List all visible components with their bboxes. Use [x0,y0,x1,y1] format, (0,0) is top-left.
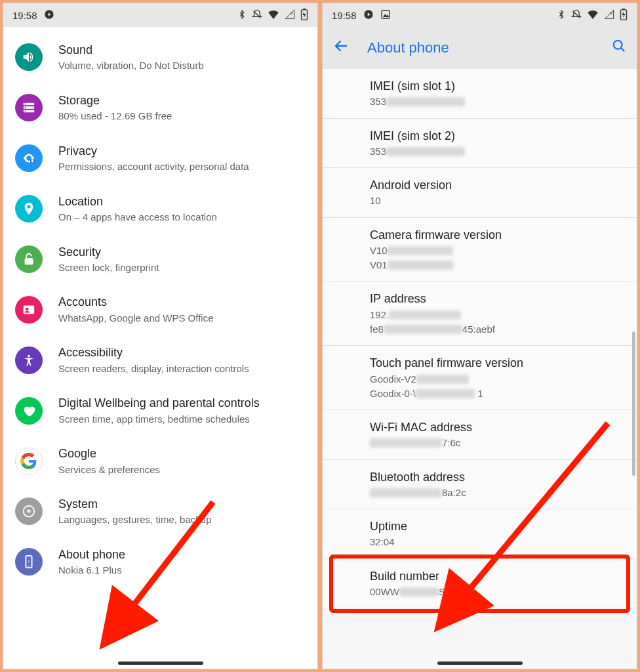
settings-item-title: Digital Wellbeing and parental controls [58,396,306,411]
svg-point-18 [26,308,29,311]
dnd-off-icon [252,9,262,22]
settings-item-sub: Permissions, account activity, personal … [58,160,306,173]
svg-rect-16 [25,258,33,264]
status-right: x [557,9,628,22]
about-item-title: Android version [370,177,625,193]
about-item-value-2: Goodix-0-\ 1 [370,387,625,400]
scrollbar-thumb[interactable] [632,331,635,476]
settings-item-location[interactable]: LocationOn – 4 apps have access to locat… [3,184,317,234]
settings-item-sub: Languages, gestures, time, backup [58,513,306,526]
nav-handle[interactable] [118,662,203,665]
about-item-title: IMEI (sim slot 2) [370,128,625,144]
settings-item-title: System [58,497,306,512]
settings-item-sub: Nokia 6.1 Plus [58,564,306,577]
about-item-title: Wi-Fi MAC address [370,419,625,435]
about-icon: i [15,548,43,576]
settings-item-title: Privacy [58,144,306,159]
bluetooth-icon [557,10,566,21]
settings-item-title: Security [58,245,306,260]
status-time: 19:58 [12,10,37,21]
status-left: 19:58 [332,9,391,22]
settings-item-sub: Services & preferences [58,463,306,476]
about-item-imei-sim-slot-1[interactable]: IMEI (sim slot 1)353 [323,69,637,119]
about-item-value: 7:6c [370,436,625,450]
play-icon [44,9,54,22]
about-item-uptime[interactable]: Uptime32:04 [323,509,637,559]
settings-item-title: Accessibility [58,345,306,360]
about-item-bluetooth-address[interactable]: Bluetooth address8a:2c [323,460,637,510]
settings-item-about[interactable]: iAbout phoneNokia 6.1 Plus [3,537,317,587]
svg-marker-31 [383,14,389,17]
about-item-value: 32:04 [370,536,625,549]
about-item-value: 353 [370,145,625,158]
svg-point-36 [614,41,622,49]
status-right: x [237,9,308,22]
settings-list[interactable]: SoundVolume, vibration, Do Not DisturbSt… [3,27,317,669]
settings-item-storage[interactable]: Storage80% used - 12.69 GB free [3,83,317,133]
status-bar: 19:58 x [323,3,637,27]
system-icon: i [15,497,43,525]
about-item-value: V10 [370,244,625,257]
about-item-value: 00WWSP09 [370,585,625,598]
about-item-title: IP address [370,291,625,306]
about-item-android-version[interactable]: Android version10 [323,168,637,218]
settings-item-sub: Screen readers, display, interaction con… [58,362,306,375]
settings-item-accounts[interactable]: AccountsWhatsApp, Google and WPS Office [3,284,317,335]
about-item-value: 353 [370,95,625,108]
status-left: 19:58 [12,9,54,22]
svg-point-11 [25,111,26,112]
settings-item-wellbeing[interactable]: Digital Wellbeing and parental controlsS… [3,385,317,436]
about-item-touch-panel-firmware-version[interactable]: Touch panel firmware versionGoodix-V2Goo… [323,346,637,410]
accessibility-icon [15,346,43,374]
settings-item-sub: Screen time, app timers, bedtime schedul… [58,413,306,426]
svg-point-24 [28,566,30,567]
settings-item-sound[interactable]: SoundVolume, vibration, Do Not Disturb [3,32,317,83]
svg-point-10 [25,107,26,108]
svg-text:i: i [28,557,30,564]
back-button[interactable] [333,38,349,58]
svg-line-37 [621,48,625,52]
about-item-ip-address[interactable]: IP address192.fe845:aebf [323,282,637,346]
about-item-title: Bluetooth address [370,469,625,485]
settings-item-accessibility[interactable]: AccessibilityScreen readers, display, in… [3,335,317,385]
wifi-icon [268,10,279,21]
search-button[interactable] [612,39,626,57]
accounts-icon [15,296,43,324]
about-item-value: Goodix-V2 [370,373,625,386]
about-item-title: Uptime [370,518,625,534]
about-item-camera-firmware-version[interactable]: Camera firmware versionV10V01 [323,218,637,282]
svg-rect-4 [303,9,306,10]
settings-item-privacy[interactable]: PrivacyPermissions, account activity, pe… [3,133,317,184]
settings-item-title: Sound [58,43,306,58]
about-item-title: Camera firmware version [370,227,625,243]
settings-item-security[interactable]: SecurityScreen lock, fingerprint [3,234,317,285]
about-item-title: Touch panel firmware version [370,355,625,371]
image-icon [380,9,391,22]
svg-rect-34 [622,9,625,10]
svg-marker-5 [302,11,306,18]
signal-off-icon: x [285,10,295,21]
svg-text:x: x [610,10,612,16]
settings-item-system[interactable]: iSystemLanguages, gestures, time, backup [3,486,317,537]
svg-marker-35 [622,11,625,18]
wellbeing-icon [15,397,43,425]
dnd-off-icon [571,9,582,22]
settings-item-google[interactable]: GoogleServices & preferences [3,436,317,486]
about-item-wi-fi-mac-address[interactable]: Wi-Fi MAC address7:6c [323,410,637,460]
settings-item-title: Accounts [58,295,306,310]
about-item-imei-sim-slot-2[interactable]: IMEI (sim slot 2)353 [323,119,637,169]
battery-icon [300,9,308,22]
svg-point-19 [28,355,30,358]
app-bar: About phone [323,27,637,69]
settings-item-sub: Volume, vibration, Do Not Disturb [58,59,306,72]
status-bar: 19:58 x [3,3,317,27]
about-item-title: IMEI (sim slot 1) [370,78,625,94]
about-item-value-2: V01 [370,259,625,272]
about-item-build-number[interactable]: Build number00WWSP09 [323,559,637,609]
about-list[interactable]: IMEI (sim slot 1)353IMEI (sim slot 2)353… [323,69,637,669]
screenshot-about-phone: 19:58 x [322,3,637,669]
nav-handle[interactable] [437,662,523,665]
status-time: 19:58 [332,10,357,21]
security-icon [15,245,43,273]
settings-item-title: Location [58,194,306,209]
